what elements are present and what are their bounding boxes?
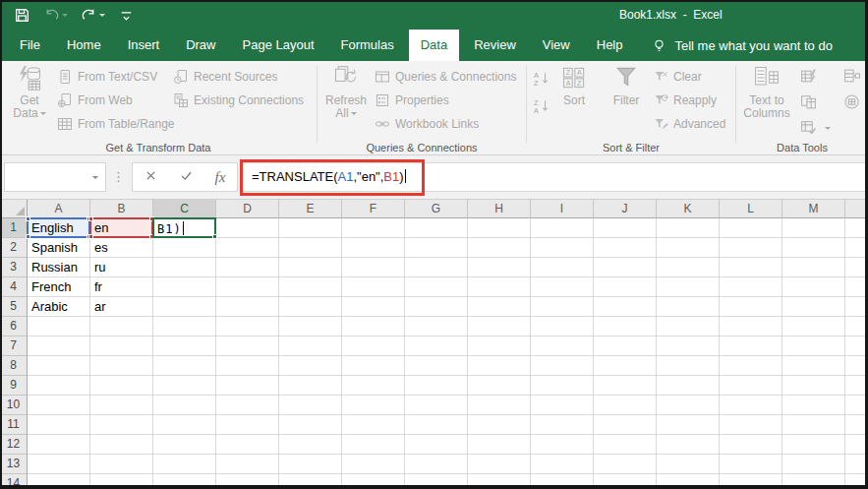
cell-H7[interactable] — [468, 336, 531, 356]
cell-C7[interactable] — [153, 336, 216, 356]
cell-partial-row-4[interactable] — [845, 277, 868, 297]
cell-C2[interactable] — [153, 238, 216, 258]
cell-M11[interactable] — [782, 415, 845, 435]
cell-L13[interactable] — [720, 455, 782, 474]
cell-G5[interactable] — [405, 297, 468, 317]
column-header-I[interactable]: I — [531, 200, 594, 218]
cell-D11[interactable] — [216, 415, 279, 435]
cell-E7[interactable] — [279, 336, 342, 356]
redo-button[interactable] — [81, 7, 105, 24]
cell-J2[interactable] — [594, 238, 657, 258]
column-header-J[interactable]: J — [594, 200, 657, 218]
cell-I13[interactable] — [531, 455, 594, 474]
cell-M4[interactable] — [782, 277, 845, 297]
cell-C10[interactable] — [153, 396, 216, 415]
cell-J1[interactable] — [594, 218, 657, 238]
cell-partial-row-6[interactable] — [845, 317, 868, 336]
tab-draw[interactable]: Draw — [174, 30, 227, 61]
cell-C11[interactable] — [153, 415, 216, 435]
cell-M6[interactable] — [782, 317, 845, 336]
column-header-A[interactable]: A — [28, 200, 90, 218]
cell-I9[interactable] — [531, 376, 594, 396]
cell-F3[interactable] — [342, 258, 405, 277]
cell-H9[interactable] — [468, 376, 531, 396]
cell-partial-row-10[interactable] — [845, 396, 868, 415]
cell-G13[interactable] — [405, 455, 468, 474]
cell-H13[interactable] — [468, 455, 531, 474]
cell-F10[interactable] — [342, 396, 405, 415]
data-model-button[interactable] — [840, 90, 862, 113]
cell-J8[interactable] — [594, 356, 657, 376]
cell-L10[interactable] — [720, 396, 782, 415]
column-header-K[interactable]: K — [657, 200, 720, 218]
cell-A9[interactable] — [28, 376, 90, 396]
cell-J12[interactable] — [594, 435, 657, 455]
cell-partial-row-11[interactable] — [845, 415, 868, 435]
cell-I5[interactable] — [531, 297, 594, 317]
tab-file[interactable]: File — [8, 30, 52, 61]
cell-partial-row-12[interactable] — [845, 435, 868, 455]
cell-H1[interactable] — [468, 218, 531, 238]
cell-B6[interactable] — [90, 317, 153, 336]
cell-M8[interactable] — [782, 356, 845, 376]
cell-F8[interactable] — [342, 356, 405, 376]
name-box[interactable] — [4, 162, 106, 192]
data-validation-button[interactable] — [797, 115, 819, 139]
cell-F14[interactable] — [342, 474, 405, 489]
cell-C9[interactable] — [153, 376, 216, 396]
cell-C13[interactable] — [153, 455, 216, 474]
cell-C5[interactable] — [153, 297, 216, 317]
cell-M13[interactable] — [782, 455, 845, 474]
cell-D9[interactable] — [216, 376, 279, 396]
cell-partial-row-8[interactable] — [845, 356, 868, 376]
cell-K2[interactable] — [657, 238, 720, 258]
cell-J13[interactable] — [594, 455, 657, 474]
cell-K11[interactable] — [657, 415, 720, 435]
refresh-all-button[interactable]: Refresh All — [321, 64, 371, 141]
column-header-C[interactable]: C — [153, 200, 216, 218]
queries-connections-button[interactable]: Queries & Connections — [375, 65, 516, 89]
cell-H10[interactable] — [468, 396, 531, 415]
save-button[interactable] — [14, 7, 30, 24]
properties-button[interactable]: Properties — [375, 89, 516, 112]
cell-J3[interactable] — [594, 258, 657, 277]
cell-A5[interactable]: Arabic — [28, 297, 90, 317]
cell-B7[interactable] — [90, 336, 153, 356]
cell-A12[interactable] — [28, 435, 90, 455]
cell-L8[interactable] — [720, 356, 782, 376]
cell-K5[interactable] — [657, 297, 720, 317]
tab-home[interactable]: Home — [55, 30, 113, 61]
cell-K9[interactable] — [657, 376, 720, 396]
data-validation-dropdown-icon[interactable] — [825, 127, 831, 133]
row-header-5[interactable]: 5 — [0, 297, 28, 317]
from-text-csv-button[interactable]: From Text/CSV — [57, 65, 175, 89]
tab-help[interactable]: Help — [585, 30, 635, 61]
cell-A13[interactable] — [28, 455, 90, 474]
cell-D8[interactable] — [216, 356, 279, 376]
cell-H6[interactable] — [468, 317, 531, 336]
cell-G7[interactable] — [405, 336, 468, 356]
cell-F5[interactable] — [342, 297, 405, 317]
cell-M1[interactable] — [782, 218, 845, 238]
cell-F1[interactable] — [342, 218, 405, 238]
cell-G10[interactable] — [405, 396, 468, 415]
cell-E6[interactable] — [279, 317, 342, 336]
cell-J4[interactable] — [594, 277, 657, 297]
cell-A14[interactable] — [28, 474, 90, 489]
cell-B9[interactable] — [90, 376, 153, 396]
cell-D5[interactable] — [216, 297, 279, 317]
cell-H12[interactable] — [468, 435, 531, 455]
cell-I8[interactable] — [531, 356, 594, 376]
cell-F9[interactable] — [342, 376, 405, 396]
cell-I12[interactable] — [531, 435, 594, 455]
cell-B3[interactable]: ru — [90, 258, 153, 277]
cell-H8[interactable] — [468, 356, 531, 376]
cell-D1[interactable] — [216, 218, 279, 238]
cell-K8[interactable] — [657, 356, 720, 376]
cell-B10[interactable] — [90, 396, 153, 415]
cell-H3[interactable] — [468, 258, 531, 277]
sort-ascending-button[interactable] — [530, 66, 551, 90]
cell-G2[interactable] — [405, 238, 468, 258]
cell-F12[interactable] — [342, 435, 405, 455]
cell-E14[interactable] — [279, 474, 342, 489]
